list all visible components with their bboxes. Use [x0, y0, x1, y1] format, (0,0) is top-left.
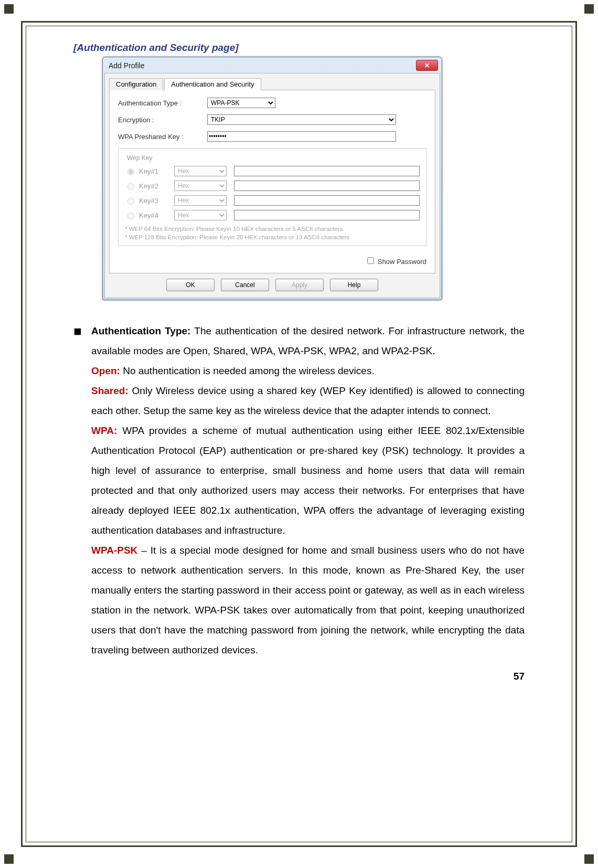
add-profile-dialog: Add Profile ✕ Configuration Authenticati… — [102, 57, 442, 300]
wep-key4-input[interactable] — [234, 210, 420, 220]
wep-key1-label: Key#1 — [139, 167, 158, 175]
tab-strip: Configuration Authentication and Securit… — [109, 78, 435, 90]
psk-label: WPA Preshared Key : — [118, 133, 207, 141]
wep-key3-radio[interactable] — [127, 198, 134, 205]
wep-hint-128: * WEP 128 Bits Encryption: Please Keyin … — [125, 233, 420, 241]
wep-key4-radio[interactable] — [127, 213, 134, 219]
auth-type-label: Authentication Type : — [118, 99, 207, 107]
cancel-button[interactable]: Cancel — [221, 279, 269, 291]
wep-key2-input[interactable] — [234, 181, 420, 191]
wep-key-row: Key#4 Hex — [125, 210, 420, 220]
wep-key2-label: Key#2 — [139, 182, 158, 190]
document-text: ◼ Authentication Type: The authenticatio… — [73, 321, 525, 660]
wep-legend: Wep Key — [125, 154, 154, 162]
term-shared: Shared: — [91, 385, 129, 396]
corner-ornament — [4, 854, 14, 864]
wep-key1-radio[interactable] — [127, 168, 134, 175]
corner-ornament — [584, 4, 594, 14]
text-wpa: WPA provides a scheme of mutual authenti… — [91, 425, 525, 536]
encryption-select[interactable]: TKIP — [207, 114, 396, 125]
term-wpa-psk: WPA-PSK — [91, 545, 137, 556]
page-number: 57 — [73, 671, 525, 682]
psk-input[interactable] — [207, 131, 396, 142]
wep-key2-format[interactable]: Hex — [174, 181, 227, 191]
page-content: [Authentication and Security page] Add P… — [26, 26, 572, 842]
wep-key4-format[interactable]: Hex — [174, 210, 227, 220]
dialog-title: Add Profile — [109, 61, 144, 70]
wep-key1-input[interactable] — [234, 166, 420, 176]
dialog-buttons: OK Cancel Apply Help — [109, 279, 435, 291]
corner-ornament — [4, 4, 14, 14]
wep-key3-format[interactable]: Hex — [174, 195, 227, 206]
wep-key4-label: Key#4 — [139, 211, 158, 219]
auth-type-row: Authentication Type : WPA-PSK — [118, 98, 426, 108]
wep-key-row: Key#2 Hex — [125, 181, 420, 191]
wep-key3-input[interactable] — [234, 195, 420, 206]
def-wpa-psk: WPA-PSK – It is a special mode designed … — [91, 541, 525, 660]
definitions: Open: No authentication is needed among … — [91, 361, 525, 660]
def-wpa: WPA: WPA provides a scheme of mutual aut… — [91, 421, 525, 541]
show-password-row: Show Password — [118, 256, 426, 266]
ok-button[interactable]: OK — [166, 279, 215, 291]
term-wpa: WPA: — [91, 425, 117, 436]
wep-hint-64: * WEP 64 Bits Encryption: Please Keyin 1… — [125, 225, 420, 233]
psk-row: WPA Preshared Key : — [118, 131, 426, 142]
def-open: Open: No authentication is needed among … — [91, 361, 525, 381]
apply-button[interactable]: Apply — [275, 279, 324, 291]
wep-key2-radio[interactable] — [127, 183, 134, 190]
encryption-label: Encryption : — [118, 116, 207, 124]
corner-ornament — [584, 854, 594, 864]
auth-type-select[interactable]: WPA-PSK — [207, 98, 275, 108]
tab-auth-security[interactable]: Authentication and Security — [164, 78, 261, 90]
def-shared: Shared: Only Wireless device using a sha… — [91, 381, 525, 421]
show-password-label: Show Password — [378, 258, 426, 266]
auth-panel: Authentication Type : WPA-PSK Encryption… — [109, 90, 435, 273]
wep-key-row: Key#3 Hex — [125, 195, 420, 206]
text-open: No authentication is needed among the wi… — [120, 365, 375, 376]
text-shared: Only Wireless device using a shared key … — [91, 385, 525, 416]
tab-configuration[interactable]: Configuration — [109, 78, 163, 90]
wep-key3-label: Key#3 — [139, 197, 158, 205]
wep-key-group: Wep Key Key#1 Hex Ke — [118, 148, 426, 246]
bullet-icon: ◼ — [73, 321, 91, 361]
help-button[interactable]: Help — [330, 279, 378, 291]
encryption-row: Encryption : TKIP — [118, 114, 426, 125]
wep-key1-format[interactable]: Hex — [174, 166, 227, 176]
dialog-titlebar: Add Profile ✕ — [104, 59, 440, 73]
show-password-checkbox[interactable] — [367, 257, 374, 264]
close-icon: ✕ — [424, 62, 430, 69]
wep-key-row: Key#1 Hex — [125, 166, 420, 176]
text-wpa-psk: – It is a special mode designed for home… — [91, 545, 525, 655]
page-frame: [Authentication and Security page] Add P… — [21, 21, 577, 847]
auth-type-paragraph: Authentication Type: The authentication … — [91, 321, 525, 361]
close-button[interactable]: ✕ — [416, 60, 438, 71]
auth-type-term: Authentication Type: — [91, 325, 190, 336]
section-heading: [Authentication and Security page] — [73, 42, 525, 54]
wep-hints: * WEP 64 Bits Encryption: Please Keyin 1… — [125, 225, 420, 241]
dialog-body: Configuration Authentication and Securit… — [104, 73, 440, 298]
term-open: Open: — [91, 365, 120, 376]
